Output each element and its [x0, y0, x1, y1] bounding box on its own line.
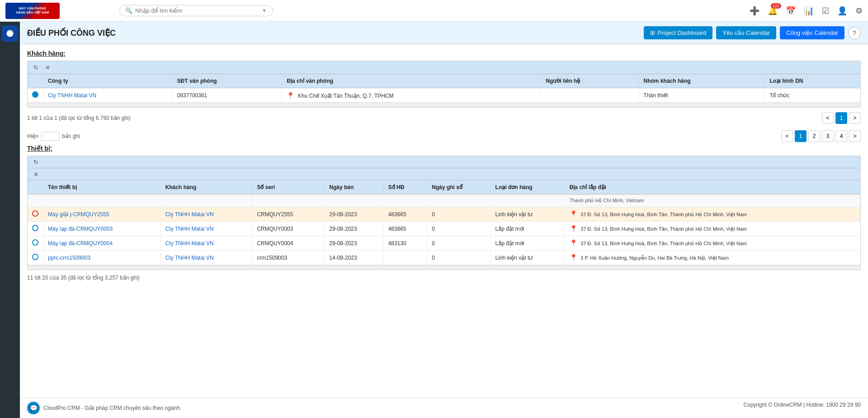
device-invoice-1: 483665: [383, 222, 427, 236]
thiet-bi-page-1-btn[interactable]: 1: [795, 130, 807, 142]
table-row[interactable]: Máy lạp đá-CRMQUY0003 Cty TNHH Matai VN …: [28, 222, 860, 236]
contact-cell: [541, 88, 639, 103]
thiet-bi-refresh-icon[interactable]: ↻: [31, 157, 40, 166]
search-input[interactable]: [135, 7, 261, 14]
col-ngay-ghi-so: Ngày ghi sổ: [427, 180, 491, 195]
table-row[interactable]: Cty TNHH Matai VN 0837700361 📍 Khu Chế X…: [28, 88, 860, 103]
device-name-link-3[interactable]: pprc-crm1509003: [48, 255, 90, 261]
device-name-link-2[interactable]: Máy lạp đá-CRMQUY0004: [48, 240, 113, 247]
sidebar-item-main[interactable]: [2, 25, 18, 42]
address-cell: 📍 Khu Chế Xuất Tân Thuận, Q.7, TPHCM: [282, 88, 541, 103]
device-address-1: 📍 37 Đ. Số 13, Bình Hưng Hoà, Bình Tân, …: [565, 222, 860, 236]
device-record-date-0: 0: [427, 207, 491, 222]
help-button[interactable]: ?: [848, 27, 861, 39]
thiet-bi-pagination-info: 11 tới 20 của 35 (đã lọc từ tổng 3,257 b…: [27, 275, 140, 281]
row-select-radio[interactable]: [32, 91, 38, 98]
khach-hang-pagination: 1 tới 1 của 1 (đã lọc từ tổng 6,760 bản …: [27, 109, 861, 127]
search-bar[interactable]: 🔍 ▼: [119, 5, 273, 16]
clear-icon[interactable]: ✕: [43, 63, 52, 72]
device-name-link-0[interactable]: Máy giặt j-CRMQUY2555: [48, 211, 109, 218]
logo: MÁY VĂN PHÒNGHÀNG ĐẦU VIỆT NAM: [5, 3, 60, 19]
refresh-icon[interactable]: ↻: [31, 63, 40, 72]
chat-icon[interactable]: 💬: [27, 402, 40, 414]
rows-control: Hiện 10 bản ghi < 1 2 3 4 >: [27, 130, 861, 142]
search-icon: 🔍: [125, 7, 132, 14]
rows-label-suffix: bản ghi: [62, 133, 80, 139]
thiet-bi-page-3-btn[interactable]: 3: [822, 130, 834, 142]
tasks-icon[interactable]: ☑: [822, 6, 829, 16]
notification-icon[interactable]: 🔔 122: [768, 6, 778, 16]
settings-icon[interactable]: ⚙: [855, 6, 863, 16]
calendar-icon[interactable]: 📅: [786, 6, 796, 16]
thiet-bi-top-page-controls: < 1 2 3 4 >: [781, 130, 861, 142]
device-address-2: 📍 37 Đ. Số 13, Bình Hưng Hoà, Bình Tân, …: [565, 236, 860, 251]
device-address-3: 📍 3 P. Hồ Xuân Hương, Nguyễn Du, Hai Bà …: [565, 251, 860, 265]
col-nhom-kh: Nhóm khách hàng: [639, 74, 765, 88]
device-customer-link-2[interactable]: Cty TNHH Matai VN: [165, 240, 214, 247]
device-sale-date-1: 29-08-2023: [325, 222, 383, 236]
footer-left: 💬 CloudPro CRM - Giải pháp CRM chuyên sâ…: [27, 402, 181, 414]
device-customer-link-3[interactable]: Cty TNHH Matai VN: [165, 255, 214, 261]
device-customer-link-1[interactable]: Cty TNHH Matai VN: [165, 226, 214, 232]
pin-icon-3: 📍: [570, 254, 577, 261]
col-nguoi-lien-he: Người liên hệ: [541, 74, 639, 88]
khach-hang-page-controls: < 1 >: [822, 112, 861, 124]
device-customer-link-0[interactable]: Cty TNHH Matai VN: [165, 211, 214, 218]
thiet-bi-clear-icon[interactable]: ✕: [31, 170, 40, 179]
header-bar: ĐIỀU PHỐI CÔNG VIỆC ⊞ Project Dashboard …: [20, 22, 868, 44]
project-dashboard-button[interactable]: ⊞ Project Dashboard: [644, 26, 713, 39]
content-area: Khách hàng: ↻ ✕ Công ty: [20, 44, 868, 398]
thiet-bi-hscroll[interactable]: [28, 265, 860, 270]
company-link[interactable]: Cty TNHH Matai VN: [48, 92, 96, 99]
pin-icon-0: 📍: [570, 210, 577, 218]
device-record-date-2: 0: [427, 236, 491, 251]
khach-hang-hscroll[interactable]: [28, 103, 860, 107]
khach-hang-title: Khách hàng:: [27, 50, 861, 57]
next-page-btn[interactable]: >: [849, 112, 861, 124]
row-select-radio-1[interactable]: [32, 225, 38, 231]
footer: 💬 CloudPro CRM - Giải pháp CRM chuyên sâ…: [20, 398, 868, 418]
row-select-radio-0[interactable]: [32, 210, 38, 217]
row-select-radio-3[interactable]: [32, 254, 38, 260]
footer-copyright: Copyright © OnlineCRM | Hotline: 1900 29…: [744, 402, 861, 414]
prev-page-btn[interactable]: <: [822, 112, 834, 124]
dashboard-icon[interactable]: 📊: [804, 6, 814, 16]
thiet-bi-ctrl-row-1: ↻: [28, 156, 860, 168]
user-icon[interactable]: 👤: [837, 6, 847, 16]
search-dropdown-icon[interactable]: ▼: [261, 7, 267, 14]
thiet-bi-page-4-btn[interactable]: 4: [835, 130, 847, 142]
pin-icon-1: 📍: [570, 225, 577, 232]
device-name-link-1[interactable]: Máy lạp đá-CRMQUY0003: [48, 226, 113, 232]
device-serial-1: CRMQUY0003: [252, 222, 325, 236]
address-header-row: Thành phố Hồ Chí Minh, Vietnam: [28, 195, 860, 207]
device-order-type-3: Linh kiện vật tư: [491, 251, 565, 265]
thiet-bi-next-page-btn[interactable]: >: [849, 130, 861, 142]
thiet-bi-page-2-btn[interactable]: 2: [808, 130, 820, 142]
sidebar: [0, 22, 20, 418]
device-invoice-3: [383, 251, 427, 265]
col-sdt: SĐT văn phòng: [172, 74, 282, 88]
main-content: ĐIỀU PHỐI CÔNG VIỆC ⊞ Project Dashboard …: [20, 22, 868, 418]
pin-icon-2: 📍: [570, 239, 577, 247]
khach-hang-section: Khách hàng: ↻ ✕ Công ty: [27, 50, 861, 127]
table-row[interactable]: Máy lạp đá-CRMQUY0004 Cty TNHH Matai VN …: [28, 236, 860, 251]
cong-viec-calendar-button[interactable]: Công việc Calendar: [780, 26, 844, 39]
page-1-btn[interactable]: 1: [835, 112, 847, 124]
add-icon[interactable]: ➕: [750, 6, 760, 16]
row-select-radio-2[interactable]: [32, 239, 38, 246]
logo-image: MÁY VĂN PHÒNGHÀNG ĐẦU VIỆT NAM: [5, 3, 60, 19]
notification-badge: 122: [771, 3, 781, 9]
table-row[interactable]: Máy giặt j-CRMQUY2555 Cty TNHH Matai VN …: [28, 207, 860, 222]
device-invoice-2: 483130: [383, 236, 427, 251]
col-dia-chi: Địa chỉ văn phòng: [282, 74, 541, 88]
device-record-date-3: 0: [427, 251, 491, 265]
thiet-bi-prev-page-btn[interactable]: <: [781, 130, 793, 142]
col-loai-hinh: Loại hình DN: [765, 74, 860, 88]
yeu-cau-calendar-button[interactable]: Yêu cầu Calendar: [716, 26, 776, 39]
table-row[interactable]: pprc-crm1509003 Cty TNHH Matai VN crm150…: [28, 251, 860, 265]
device-address-0: 📍 37 Đ. Số 13, Bình Hưng Hoà, Bình Tân, …: [565, 207, 860, 222]
rows-per-page-input[interactable]: 10: [41, 132, 59, 141]
device-record-date-1: 0: [427, 222, 491, 236]
device-sale-date-0: 29-08-2023: [325, 207, 383, 222]
thiet-bi-bottom-pagination: 11 tới 20 của 35 (đã lọc từ tổng 3,257 b…: [27, 272, 861, 284]
